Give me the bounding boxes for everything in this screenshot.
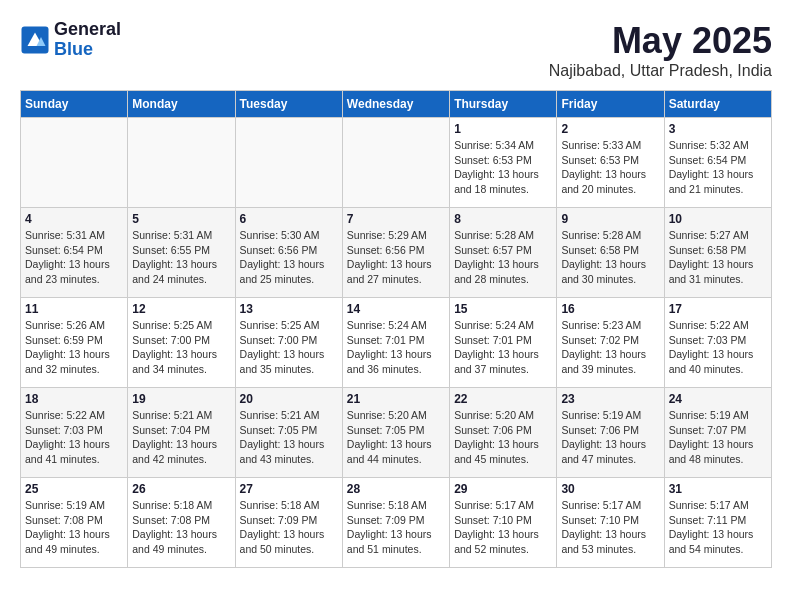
calendar-body: 1Sunrise: 5:34 AM Sunset: 6:53 PM Daylig… [21, 118, 772, 568]
calendar-day-cell: 6Sunrise: 5:30 AM Sunset: 6:56 PM Daylig… [235, 208, 342, 298]
day-info: Sunrise: 5:22 AM Sunset: 7:03 PM Dayligh… [669, 318, 767, 377]
day-info: Sunrise: 5:19 AM Sunset: 7:07 PM Dayligh… [669, 408, 767, 467]
day-info: Sunrise: 5:20 AM Sunset: 7:05 PM Dayligh… [347, 408, 445, 467]
calendar-day-cell: 12Sunrise: 5:25 AM Sunset: 7:00 PM Dayli… [128, 298, 235, 388]
day-info: Sunrise: 5:19 AM Sunset: 7:06 PM Dayligh… [561, 408, 659, 467]
day-number: 8 [454, 212, 552, 226]
calendar-day-cell: 22Sunrise: 5:20 AM Sunset: 7:06 PM Dayli… [450, 388, 557, 478]
day-info: Sunrise: 5:30 AM Sunset: 6:56 PM Dayligh… [240, 228, 338, 287]
calendar-day-cell: 30Sunrise: 5:17 AM Sunset: 7:10 PM Dayli… [557, 478, 664, 568]
calendar-day-cell [235, 118, 342, 208]
title-block: May 2025 Najibabad, Uttar Pradesh, India [549, 20, 772, 80]
calendar-header: SundayMondayTuesdayWednesdayThursdayFrid… [21, 91, 772, 118]
calendar-day-cell: 25Sunrise: 5:19 AM Sunset: 7:08 PM Dayli… [21, 478, 128, 568]
weekday-header: Thursday [450, 91, 557, 118]
day-number: 12 [132, 302, 230, 316]
calendar-day-cell: 18Sunrise: 5:22 AM Sunset: 7:03 PM Dayli… [21, 388, 128, 478]
day-number: 20 [240, 392, 338, 406]
day-number: 29 [454, 482, 552, 496]
calendar-day-cell: 5Sunrise: 5:31 AM Sunset: 6:55 PM Daylig… [128, 208, 235, 298]
day-number: 30 [561, 482, 659, 496]
day-number: 31 [669, 482, 767, 496]
calendar-day-cell [21, 118, 128, 208]
day-number: 27 [240, 482, 338, 496]
day-number: 24 [669, 392, 767, 406]
day-number: 13 [240, 302, 338, 316]
day-number: 3 [669, 122, 767, 136]
calendar-week-row: 1Sunrise: 5:34 AM Sunset: 6:53 PM Daylig… [21, 118, 772, 208]
logo-icon [20, 25, 50, 55]
day-number: 21 [347, 392, 445, 406]
weekday-header: Tuesday [235, 91, 342, 118]
day-number: 18 [25, 392, 123, 406]
day-info: Sunrise: 5:32 AM Sunset: 6:54 PM Dayligh… [669, 138, 767, 197]
calendar-day-cell: 27Sunrise: 5:18 AM Sunset: 7:09 PM Dayli… [235, 478, 342, 568]
weekday-header: Friday [557, 91, 664, 118]
day-info: Sunrise: 5:18 AM Sunset: 7:09 PM Dayligh… [347, 498, 445, 557]
day-number: 16 [561, 302, 659, 316]
location: Najibabad, Uttar Pradesh, India [549, 62, 772, 80]
day-info: Sunrise: 5:26 AM Sunset: 6:59 PM Dayligh… [25, 318, 123, 377]
page-header: General Blue May 2025 Najibabad, Uttar P… [20, 20, 772, 80]
calendar-day-cell: 7Sunrise: 5:29 AM Sunset: 6:56 PM Daylig… [342, 208, 449, 298]
calendar-day-cell: 1Sunrise: 5:34 AM Sunset: 6:53 PM Daylig… [450, 118, 557, 208]
day-number: 11 [25, 302, 123, 316]
day-info: Sunrise: 5:18 AM Sunset: 7:08 PM Dayligh… [132, 498, 230, 557]
calendar-day-cell: 14Sunrise: 5:24 AM Sunset: 7:01 PM Dayli… [342, 298, 449, 388]
day-number: 7 [347, 212, 445, 226]
day-info: Sunrise: 5:31 AM Sunset: 6:54 PM Dayligh… [25, 228, 123, 287]
weekday-header: Wednesday [342, 91, 449, 118]
weekday-header: Saturday [664, 91, 771, 118]
calendar-day-cell [342, 118, 449, 208]
day-info: Sunrise: 5:20 AM Sunset: 7:06 PM Dayligh… [454, 408, 552, 467]
calendar-day-cell: 10Sunrise: 5:27 AM Sunset: 6:58 PM Dayli… [664, 208, 771, 298]
day-info: Sunrise: 5:27 AM Sunset: 6:58 PM Dayligh… [669, 228, 767, 287]
calendar-day-cell: 2Sunrise: 5:33 AM Sunset: 6:53 PM Daylig… [557, 118, 664, 208]
day-info: Sunrise: 5:25 AM Sunset: 7:00 PM Dayligh… [240, 318, 338, 377]
calendar-day-cell: 26Sunrise: 5:18 AM Sunset: 7:08 PM Dayli… [128, 478, 235, 568]
calendar-day-cell: 9Sunrise: 5:28 AM Sunset: 6:58 PM Daylig… [557, 208, 664, 298]
day-info: Sunrise: 5:17 AM Sunset: 7:10 PM Dayligh… [454, 498, 552, 557]
calendar-day-cell: 23Sunrise: 5:19 AM Sunset: 7:06 PM Dayli… [557, 388, 664, 478]
logo-blue: Blue [54, 40, 121, 60]
day-number: 6 [240, 212, 338, 226]
day-number: 15 [454, 302, 552, 316]
calendar-day-cell: 4Sunrise: 5:31 AM Sunset: 6:54 PM Daylig… [21, 208, 128, 298]
day-info: Sunrise: 5:23 AM Sunset: 7:02 PM Dayligh… [561, 318, 659, 377]
calendar-day-cell [128, 118, 235, 208]
weekday-header: Monday [128, 91, 235, 118]
day-info: Sunrise: 5:18 AM Sunset: 7:09 PM Dayligh… [240, 498, 338, 557]
calendar-week-row: 25Sunrise: 5:19 AM Sunset: 7:08 PM Dayli… [21, 478, 772, 568]
day-info: Sunrise: 5:17 AM Sunset: 7:11 PM Dayligh… [669, 498, 767, 557]
day-number: 14 [347, 302, 445, 316]
day-info: Sunrise: 5:21 AM Sunset: 7:05 PM Dayligh… [240, 408, 338, 467]
calendar-day-cell: 13Sunrise: 5:25 AM Sunset: 7:00 PM Dayli… [235, 298, 342, 388]
day-info: Sunrise: 5:21 AM Sunset: 7:04 PM Dayligh… [132, 408, 230, 467]
calendar-day-cell: 24Sunrise: 5:19 AM Sunset: 7:07 PM Dayli… [664, 388, 771, 478]
calendar-week-row: 4Sunrise: 5:31 AM Sunset: 6:54 PM Daylig… [21, 208, 772, 298]
day-number: 23 [561, 392, 659, 406]
day-number: 9 [561, 212, 659, 226]
day-info: Sunrise: 5:24 AM Sunset: 7:01 PM Dayligh… [347, 318, 445, 377]
logo: General Blue [20, 20, 121, 60]
day-info: Sunrise: 5:17 AM Sunset: 7:10 PM Dayligh… [561, 498, 659, 557]
calendar-day-cell: 20Sunrise: 5:21 AM Sunset: 7:05 PM Dayli… [235, 388, 342, 478]
calendar-table: SundayMondayTuesdayWednesdayThursdayFrid… [20, 90, 772, 568]
weekday-row: SundayMondayTuesdayWednesdayThursdayFrid… [21, 91, 772, 118]
day-number: 4 [25, 212, 123, 226]
day-info: Sunrise: 5:22 AM Sunset: 7:03 PM Dayligh… [25, 408, 123, 467]
day-info: Sunrise: 5:29 AM Sunset: 6:56 PM Dayligh… [347, 228, 445, 287]
calendar-day-cell: 31Sunrise: 5:17 AM Sunset: 7:11 PM Dayli… [664, 478, 771, 568]
logo-text: General Blue [54, 20, 121, 60]
day-number: 25 [25, 482, 123, 496]
calendar-day-cell: 16Sunrise: 5:23 AM Sunset: 7:02 PM Dayli… [557, 298, 664, 388]
calendar-week-row: 11Sunrise: 5:26 AM Sunset: 6:59 PM Dayli… [21, 298, 772, 388]
day-number: 1 [454, 122, 552, 136]
calendar-day-cell: 11Sunrise: 5:26 AM Sunset: 6:59 PM Dayli… [21, 298, 128, 388]
calendar-day-cell: 8Sunrise: 5:28 AM Sunset: 6:57 PM Daylig… [450, 208, 557, 298]
day-number: 2 [561, 122, 659, 136]
day-number: 5 [132, 212, 230, 226]
day-info: Sunrise: 5:31 AM Sunset: 6:55 PM Dayligh… [132, 228, 230, 287]
day-info: Sunrise: 5:24 AM Sunset: 7:01 PM Dayligh… [454, 318, 552, 377]
calendar-day-cell: 21Sunrise: 5:20 AM Sunset: 7:05 PM Dayli… [342, 388, 449, 478]
